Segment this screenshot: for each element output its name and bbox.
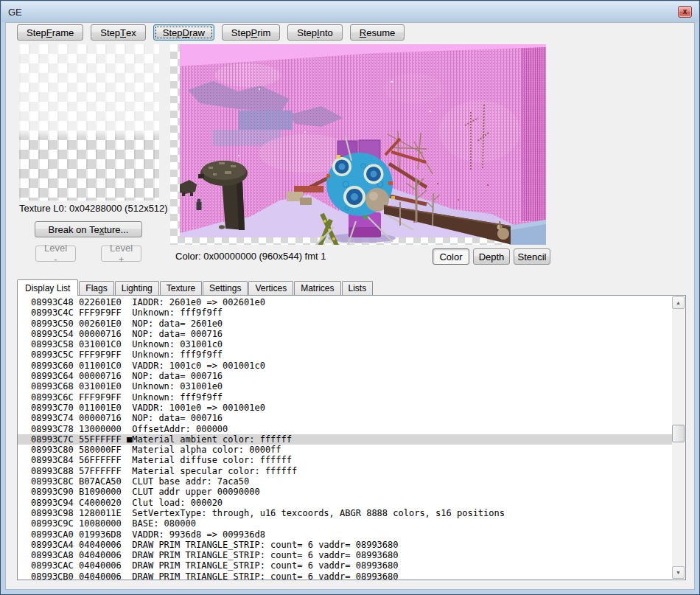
step-prim-button[interactable]: Step Prim: [222, 24, 280, 41]
step-tex-button[interactable]: Step Tex: [91, 24, 145, 41]
table-row[interactable]: 08993C64 00000716 NOP: data= 000716: [18, 371, 673, 381]
table-row[interactable]: 08993CA4 04040006 DRAW PRIM TRIANGLE_STR…: [18, 540, 673, 550]
table-row[interactable]: 08993C90 B1090000 CLUT addr upper 000900…: [18, 487, 673, 497]
table-row[interactable]: 08993CAC 04040006 DRAW PRIM TRIANGLE_STR…: [18, 560, 673, 571]
titlebar[interactable]: GE: [1, 1, 699, 22]
table-row[interactable]: 08993C94 C4000020 Clut load: 000020: [18, 498, 673, 508]
texture-preview[interactable]: [19, 44, 159, 201]
tab-texture[interactable]: Texture: [160, 281, 202, 295]
tab-lighting[interactable]: Lighting: [115, 281, 159, 295]
scroll-up-icon[interactable]: ▲: [672, 296, 685, 309]
table-row[interactable]: 08993C68 031001E0 Unknown: 031001e0: [18, 381, 673, 392]
table-row[interactable]: 08993C78 13000000 OffsetAddr: 000000: [18, 424, 673, 434]
stencil-view-button[interactable]: Stencil: [514, 248, 550, 265]
ge-debugger-window: GE x Step FrameStep TexStep DrawStep Pri…: [0, 0, 700, 595]
step-frame-button[interactable]: Step Frame: [17, 24, 83, 41]
table-row[interactable]: 08993C7C 55FFFFFF ■Material ambient colo…: [18, 434, 673, 445]
step-draw-button[interactable]: Step Draw: [153, 24, 214, 41]
table-row[interactable]: 08993CA8 04040006 DRAW PRIM TRIANGLE_STR…: [18, 550, 673, 560]
table-row[interactable]: 08993C70 011001E0 VADDR: 1001e0 => 00100…: [18, 403, 673, 413]
window-content: Step FrameStep TexStep DrawStep PrimStep…: [5, 22, 695, 590]
scroll-down-icon[interactable]: ▼: [672, 566, 685, 579]
step-toolbar: Step FrameStep TexStep DrawStep PrimStep…: [17, 24, 405, 41]
texture-label: Texture L0: 0x04288000 (512x512): [19, 203, 168, 214]
table-row[interactable]: 08993C5C FFF9F9FF Unknown: fff9f9ff: [18, 349, 673, 360]
table-row[interactable]: 08993C58 031001C0 Unknown: 031001c0: [18, 339, 673, 349]
close-icon[interactable]: x: [678, 6, 692, 18]
tab-flags[interactable]: Flags: [79, 281, 113, 295]
debugger-tabs: Display ListFlagsLightingTextureSettings…: [17, 279, 374, 295]
table-row[interactable]: 08993C4C FFF9F9FF Unknown: fff9f9ff: [18, 307, 673, 318]
table-row[interactable]: 08993C9C 10080000 BASE: 080000: [18, 518, 673, 529]
display-list-rows: 08993C48 022601E0 IADDR: 2601e0 => 00260…: [18, 297, 672, 580]
table-row[interactable]: 08993C60 011001C0 VADDR: 1001c0 => 00100…: [18, 361, 673, 371]
framebuffer-scene: [170, 44, 546, 245]
table-row[interactable]: 08993C80 580000FF Material alpha color: …: [18, 445, 673, 455]
tab-display-list[interactable]: Display List: [17, 279, 78, 296]
level-minus-button[interactable]: Level -: [35, 246, 76, 262]
tab-lists[interactable]: Lists: [342, 281, 374, 295]
window-title: GE: [1, 7, 22, 18]
color-view-button[interactable]: Color: [433, 248, 469, 265]
table-row[interactable]: 08993C84 56FFFFFF Material diffuse color…: [18, 455, 673, 465]
table-row[interactable]: 08993CA0 019936D8 VADDR: 9936d8 => 00993…: [18, 529, 673, 540]
resume-button[interactable]: Resume: [350, 24, 405, 41]
table-row[interactable]: 08993C74 00000716 NOP: data= 000716: [18, 413, 673, 423]
break-on-texture-button[interactable]: Break on Texture...: [35, 221, 142, 237]
table-row[interactable]: 08993C88 57FFFFFF Material specular colo…: [18, 466, 673, 476]
table-row[interactable]: 08993C98 1280011E SetVertexType: through…: [18, 508, 673, 518]
table-row[interactable]: 08993C54 00000716 NOP: data= 000716: [18, 329, 673, 339]
tab-settings[interactable]: Settings: [203, 281, 248, 295]
step-into-button[interactable]: Step Into: [287, 24, 342, 41]
framebuffer-label: Color: 0x00000000 (960x544) fmt 1: [175, 251, 326, 262]
depth-view-button[interactable]: Depth: [473, 248, 510, 265]
framebuffer-preview[interactable]: [170, 44, 546, 245]
table-row[interactable]: 08993C6C FFF9F9FF Unknown: fff9f9ff: [18, 392, 673, 403]
framebuffer-view-buttons: ColorDepthStencil: [433, 248, 550, 265]
table-row[interactable]: 08993C8C B07ACA50 CLUT base addr: 7aca50: [18, 476, 673, 487]
tab-matrices[interactable]: Matrices: [294, 281, 340, 295]
vertical-scrollbar[interactable]: ▲ ▼: [672, 296, 685, 579]
scrollbar-thumb[interactable]: [672, 425, 685, 442]
table-row[interactable]: 08993CB0 04040006 DRAW PRIM TRIANGLE_STR…: [18, 571, 673, 580]
display-list-box[interactable]: 08993C48 022601E0 IADDR: 2601e0 => 00260…: [17, 295, 686, 580]
table-row[interactable]: 08993C50 002601E0 NOP: data= 2601e0: [18, 319, 673, 329]
table-row[interactable]: 08993C48 022601E0 IADDR: 2601e0 => 00260…: [18, 297, 673, 307]
level-plus-button[interactable]: Level +: [101, 246, 141, 262]
tab-vertices[interactable]: Vertices: [248, 281, 293, 295]
